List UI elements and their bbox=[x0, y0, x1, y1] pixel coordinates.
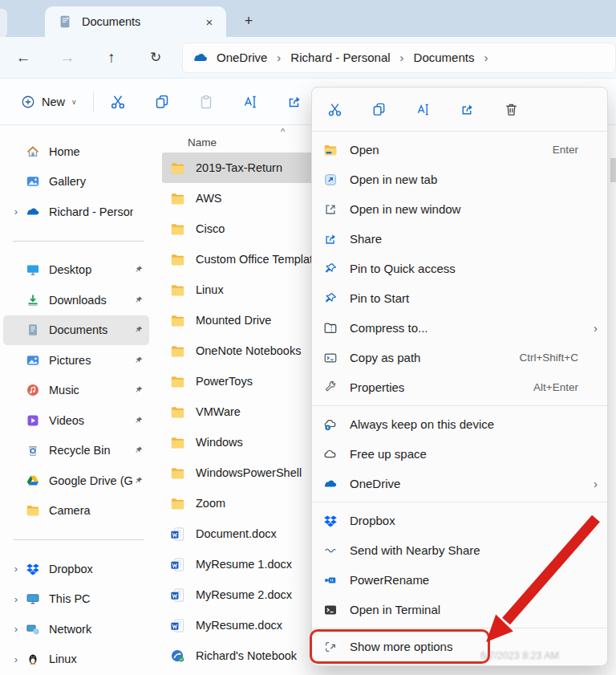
file-row[interactable]: PowerToys bbox=[162, 366, 316, 396]
file-row[interactable]: 2019-Tax-Return bbox=[162, 152, 316, 183]
sidebar-item[interactable]: › Richard - Personal bbox=[3, 197, 149, 227]
onedrive-icon bbox=[192, 50, 209, 66]
chevron-right-icon[interactable]: › bbox=[10, 653, 22, 665]
menu-item[interactable]: Dropbox › bbox=[312, 506, 607, 535]
file-row[interactable]: Mounted Drive bbox=[162, 305, 316, 335]
sidebar-item[interactable]: › This PC bbox=[3, 584, 149, 615]
sidebar-item-label: Home bbox=[49, 145, 133, 158]
sidebar-item[interactable]: › Recycle Bin bbox=[3, 436, 149, 466]
window-edge-fragment bbox=[0, 8, 8, 39]
sidebar-item[interactable]: › Camera bbox=[3, 496, 149, 527]
address-bar[interactable]: OneDrive › Richard - Personal › Document… bbox=[182, 43, 616, 73]
menu-item[interactable]: PowerRename › bbox=[312, 565, 607, 595]
sidebar-item[interactable]: › Documents bbox=[3, 315, 149, 346]
file-row[interactable]: Document.docx bbox=[162, 518, 316, 549]
sidebar-item[interactable]: › Google Drive (G bbox=[3, 466, 149, 496]
open-newwindow-icon bbox=[323, 202, 338, 217]
file-row[interactable]: MyResume 2.docx bbox=[162, 579, 316, 610]
sidebar-item[interactable]: › Linux bbox=[3, 645, 149, 675]
folder-icon bbox=[26, 503, 40, 518]
menu-item[interactable]: Send with Nearby Share › bbox=[312, 535, 607, 565]
quick-action-button[interactable] bbox=[500, 98, 522, 120]
file-row[interactable]: VMWare bbox=[162, 396, 316, 427]
showmore-icon bbox=[323, 640, 338, 654]
refresh-button[interactable]: ↻ bbox=[142, 44, 169, 71]
sidebar-pinned-group: › Desktop › Downloads › Documents bbox=[0, 255, 157, 527]
menu-item[interactable]: Open in new window › bbox=[312, 194, 607, 224]
chevron-right-icon[interactable]: › bbox=[10, 623, 22, 635]
file-row[interactable]: Cisco bbox=[162, 213, 316, 244]
sidebar-item[interactable]: › Desktop bbox=[3, 255, 149, 286]
sidebar-item[interactable]: › Dropbox bbox=[3, 554, 149, 584]
file-row[interactable]: MyResume.docx bbox=[162, 610, 316, 640]
toolbar-button[interactable] bbox=[110, 94, 126, 110]
back-button[interactable]: ← bbox=[10, 44, 37, 71]
sidebar-item[interactable]: › Videos bbox=[3, 405, 149, 436]
sidebar-item-label: Linux bbox=[49, 653, 133, 665]
file-row[interactable]: MyResume 1.docx bbox=[162, 549, 316, 579]
folder-icon bbox=[170, 374, 185, 389]
file-row[interactable]: Zoom bbox=[162, 488, 316, 518]
quick-action-button[interactable] bbox=[323, 98, 346, 120]
close-icon[interactable]: × bbox=[201, 13, 218, 30]
sidebar-item[interactable]: › Network bbox=[3, 614, 149, 645]
file-row[interactable]: Linux bbox=[162, 274, 316, 305]
menu-item[interactable]: Pin to Quick access › bbox=[312, 254, 607, 283]
menu-item[interactable]: Compress to... › bbox=[312, 313, 607, 343]
quick-action-button[interactable] bbox=[456, 98, 478, 120]
menu-item[interactable]: Properties Alt+Enter › bbox=[312, 372, 607, 402]
toolbar-button[interactable] bbox=[154, 94, 170, 110]
up-button[interactable]: ↑ bbox=[98, 44, 125, 71]
file-row[interactable]: Custom Office Templates bbox=[162, 244, 316, 274]
file-row[interactable]: Windows bbox=[162, 427, 316, 457]
network-icon bbox=[26, 622, 40, 636]
forward-button[interactable]: → bbox=[54, 44, 81, 71]
menu-item[interactable]: OneDrive › bbox=[312, 469, 607, 498]
menu-item[interactable]: Open Enter › bbox=[312, 135, 607, 165]
sidebar-item[interactable]: › Music bbox=[3, 376, 149, 406]
copy-icon bbox=[371, 102, 387, 117]
menu-item[interactable]: Share › bbox=[312, 224, 607, 254]
sidebar-item[interactable]: › Gallery bbox=[3, 167, 149, 197]
menu-item[interactable]: Free up space › bbox=[312, 439, 607, 469]
new-button[interactable]: New ∨ bbox=[14, 90, 83, 114]
menu-item[interactable]: Open in new tab › bbox=[312, 165, 607, 194]
file-row[interactable]: AWS bbox=[162, 183, 316, 213]
toolbar-button[interactable] bbox=[198, 94, 214, 110]
chevron-right-icon[interactable]: › bbox=[10, 205, 22, 218]
file-row[interactable]: WindowsPowerShell bbox=[162, 457, 316, 488]
file-row[interactable]: Richard's Notebook bbox=[162, 640, 316, 671]
chevron-right-icon[interactable]: › bbox=[10, 563, 22, 575]
tab-documents[interactable]: Documents × bbox=[45, 6, 226, 37]
pin-icon bbox=[323, 291, 338, 306]
sidebar-item-label: Desktop bbox=[49, 263, 133, 276]
chevron-right-icon[interactable]: › bbox=[10, 593, 22, 605]
new-tab-button[interactable]: + bbox=[237, 10, 260, 32]
menu-separator bbox=[312, 131, 607, 132]
file-name-label: Cisco bbox=[196, 222, 225, 235]
delete-icon bbox=[504, 102, 519, 117]
toolbar-button[interactable] bbox=[242, 94, 258, 110]
breadcrumb-onedrive[interactable]: OneDrive bbox=[217, 51, 267, 64]
menu-item[interactable]: Copy as path Ctrl+Shift+C › bbox=[312, 343, 607, 372]
file-row[interactable]: OneNote Notebooks bbox=[162, 335, 316, 366]
documents-icon bbox=[26, 323, 40, 337]
videos-icon bbox=[26, 413, 40, 428]
sidebar-item-label: Music bbox=[49, 384, 133, 396]
sidebar-item[interactable]: › Home bbox=[3, 136, 149, 167]
menu-item[interactable]: Always keep on this device › bbox=[312, 409, 607, 439]
file-name-label: PowerToys bbox=[196, 375, 253, 388]
quick-action-button[interactable] bbox=[411, 98, 434, 120]
pin-icon bbox=[133, 324, 144, 335]
cut-icon bbox=[110, 94, 126, 110]
menu-item[interactable]: Open in Terminal › bbox=[312, 595, 607, 624]
breadcrumb-documents[interactable]: Documents bbox=[414, 51, 475, 64]
pin-icon bbox=[133, 415, 144, 426]
quick-action-button[interactable] bbox=[367, 98, 390, 120]
sidebar-item[interactable]: › Pictures bbox=[3, 345, 149, 376]
menu-item[interactable]: Pin to Start › bbox=[312, 283, 607, 313]
breadcrumb-richard-personal[interactable]: Richard - Personal bbox=[290, 51, 390, 64]
sidebar-item[interactable]: › Downloads bbox=[3, 285, 149, 315]
toolbar-button[interactable] bbox=[286, 94, 302, 110]
menu-separator bbox=[312, 628, 607, 628]
